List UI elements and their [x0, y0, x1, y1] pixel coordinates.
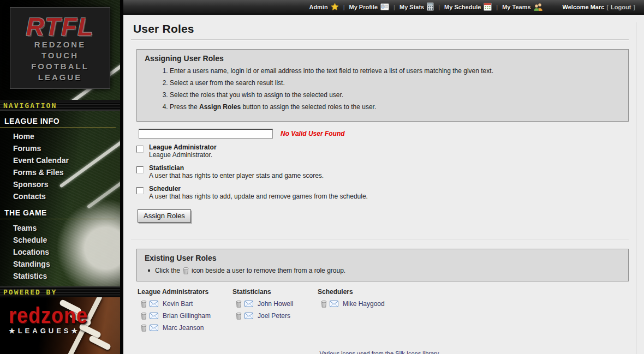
menu-my-profile-label: My Profile: [349, 4, 378, 10]
sidebar-item-sponsors[interactable]: Sponsors: [0, 178, 120, 190]
user-name-link[interactable]: John Howell: [258, 300, 293, 308]
navigation-ticker: NAVIGATION: [0, 100, 120, 111]
menu-my-profile[interactable]: My Profile: [349, 3, 390, 11]
email-icon[interactable]: [150, 325, 158, 331]
role-checkbox-scheduler[interactable]: [136, 187, 144, 194]
user-search-row: No Valid User Found: [139, 129, 629, 139]
email-icon[interactable]: [245, 313, 253, 319]
footer: Various icons used from the Silk Icons l…: [131, 350, 629, 354]
email-icon[interactable]: [150, 301, 158, 307]
page-title: User Roles: [133, 22, 629, 35]
bin-icon: [183, 267, 189, 274]
logo-line: FOOTBALL: [10, 61, 110, 72]
bracket: [: [606, 4, 609, 10]
sidebar-section-league-info: LEAGUE INFO Home Forums Event Calendar F…: [0, 111, 120, 202]
email-icon[interactable]: [150, 313, 158, 319]
search-error-message: No Valid User Found: [281, 130, 345, 137]
league-logo[interactable]: RTFL REDZONE TOUCH FOOTBALL LEAGUE: [10, 7, 110, 89]
redzone-leagues-logo[interactable]: redzone ★LEAGUES★: [0, 297, 120, 354]
redzone-wordmark: redzone: [9, 305, 88, 326]
user-name-link[interactable]: Kevin Bart: [163, 300, 193, 308]
content-area: User Roles Assigning User Roles Enter a …: [123, 15, 644, 354]
menu-my-schedule-label: My Schedule: [444, 4, 481, 10]
role-checkbox-statistician[interactable]: [136, 166, 144, 173]
menu-my-schedule[interactable]: My Schedule: [444, 3, 492, 12]
bin-icon[interactable]: [141, 313, 147, 320]
title-rule: [131, 39, 629, 40]
user-name-link[interactable]: Mike Haygood: [343, 300, 385, 308]
sidebar-item-schedule[interactable]: Schedule: [0, 234, 120, 246]
sidebar-item-statistics[interactable]: Statistics: [0, 270, 120, 282]
role-name: Statistician: [149, 164, 324, 172]
role-description: A user that has rights to add, update an…: [149, 193, 368, 201]
existing-panel-note: Click the icon beside a user to remove t…: [148, 267, 621, 274]
football-lace: [88, 335, 111, 351]
existing-user-roles-panel: Existing User Roles Click the icon besid…: [136, 249, 629, 281]
user-row: Brian Gillingham: [141, 312, 219, 320]
menu-my-teams[interactable]: My Teams: [502, 3, 542, 12]
menu-separator: |: [438, 4, 440, 10]
menu-my-teams-label: My Teams: [502, 4, 530, 10]
group-statisticians: Statisticians John Howell Joel Peters: [232, 288, 305, 336]
group-league-administrators: League Administrators Kevin Bart Brian G…: [138, 288, 219, 336]
menu-admin-label: Admin: [309, 4, 327, 10]
email-icon[interactable]: [330, 301, 338, 307]
user-row: Mike Haygood: [321, 300, 385, 308]
group-schedulers: Schedulers Mike Haygood: [318, 288, 385, 336]
vcard-icon: [380, 3, 389, 11]
menu-my-stats[interactable]: My Stats: [399, 2, 434, 12]
user-name-link[interactable]: Brian Gillingham: [163, 312, 211, 320]
calendar-icon: [484, 3, 492, 12]
user-row: Joel Peters: [236, 312, 305, 320]
logout-link[interactable]: Logout: [611, 4, 631, 10]
powered-by-ticker: POWERED BY: [0, 286, 120, 297]
section-title-league-info: LEAGUE INFO: [0, 111, 116, 128]
section-divider: [131, 239, 629, 240]
role-name: Scheduler: [149, 185, 368, 193]
assign-roles-button[interactable]: Assign Roles: [138, 209, 191, 223]
main-column: Admin | My Profile | My Stats | My Sched…: [120, 0, 644, 354]
existing-panel-title: Existing User Roles: [145, 254, 621, 262]
sidebar-item-forms-files[interactable]: Forms & Files: [0, 166, 120, 178]
star-icon: [331, 3, 339, 12]
group-title: Statisticians: [232, 288, 305, 296]
sidebar-item-home[interactable]: Home: [0, 130, 120, 142]
menu-my-stats-label: My Stats: [399, 4, 424, 10]
bin-icon[interactable]: [236, 313, 242, 320]
existing-role-groups: League Administrators Kevin Bart Brian G…: [138, 288, 629, 336]
footer-credit-icons: Various icons used from the Silk Icons l…: [131, 350, 629, 354]
logo-line: LEAGUE: [10, 72, 110, 83]
sidebar-item-locations[interactable]: Locations: [0, 246, 120, 258]
logo-acronym: RTFL: [10, 14, 110, 39]
instruction-step: Select a user from the search result lis…: [170, 80, 621, 87]
role-option-scheduler: Scheduler A user that has rights to add,…: [136, 185, 629, 201]
bin-icon[interactable]: [321, 301, 327, 308]
user-row: John Howell: [236, 300, 305, 308]
menu-admin[interactable]: Admin: [309, 3, 338, 12]
instruction-step: Select the roles that you wish to assign…: [170, 92, 621, 99]
bin-icon[interactable]: [141, 301, 147, 308]
bin-icon[interactable]: [236, 301, 242, 308]
sidebar-item-event-calendar[interactable]: Event Calendar: [0, 154, 120, 166]
instruction-step: Enter a users name, login id or email ad…: [170, 68, 621, 75]
email-icon[interactable]: [245, 301, 253, 307]
logo-line: REDZONE: [10, 39, 110, 50]
assigning-user-roles-panel: Assigning User Roles Enter a users name,…: [136, 49, 629, 122]
assigning-panel-title: Assigning User Roles: [145, 54, 621, 63]
user-search-input[interactable]: [139, 129, 273, 139]
user-name-link[interactable]: Joel Peters: [258, 312, 290, 320]
top-navigation-bar: Admin | My Profile | My Stats | My Sched…: [123, 0, 644, 15]
user-name-link[interactable]: Marc Jeanson: [163, 324, 204, 332]
instruction-step: Press the Assign Roles button to assign …: [170, 104, 621, 111]
sidebar-item-contacts[interactable]: Contacts: [0, 190, 120, 202]
sidebar-item-standings[interactable]: Standings: [0, 258, 120, 270]
sidebar-item-teams[interactable]: Teams: [0, 222, 120, 234]
section-title-the-game: THE GAME: [0, 202, 116, 219]
bin-icon[interactable]: [141, 325, 147, 332]
group-title: League Administrators: [138, 288, 219, 296]
role-checkbox-league-administrator[interactable]: [136, 146, 144, 153]
user-row: Marc Jeanson: [141, 324, 219, 332]
sidebar-item-forums[interactable]: Forums: [0, 142, 120, 154]
menu-separator: |: [343, 4, 345, 10]
role-description: A user that has rights to enter player s…: [149, 172, 324, 180]
